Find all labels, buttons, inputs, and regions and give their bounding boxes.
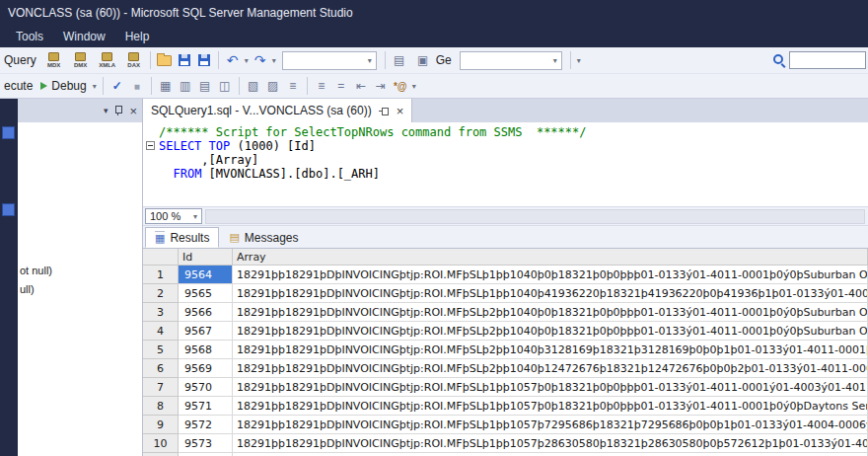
cell-array[interactable]: 18291þþ18291þDþINVOICINGþtjp:ROI.MFþSLþ1… (233, 416, 868, 434)
cell-id[interactable]: 9573 (179, 434, 233, 453)
row-number[interactable]: 2 (143, 284, 179, 303)
row-number[interactable]: 4 (143, 322, 179, 341)
zoom-dropdown[interactable]: 100 % ▾ (145, 208, 202, 224)
cell-id[interactable]: 9565 (179, 284, 233, 303)
cell-array[interactable]: 18291þþ18291þDþINVOICINGþtjp:ROI.MFþSLþ2… (233, 341, 868, 359)
tab-messages[interactable]: ▤ Messages (219, 227, 308, 248)
save-button[interactable] (175, 50, 194, 70)
decrease-indent-button[interactable]: ⇤ (351, 76, 371, 96)
database-icon (48, 52, 59, 61)
grid-corner-header[interactable] (143, 249, 179, 266)
horizontal-scrollbar[interactable] (205, 209, 865, 224)
debug-dropdown-icon[interactable]: ▾ (91, 82, 99, 91)
menu-item[interactable]: Tools (6, 28, 53, 45)
execute-button[interactable]: ecute (0, 79, 36, 93)
tree-item-fragment[interactable]: ot null) (20, 265, 52, 276)
column-header-id[interactable]: Id (179, 249, 233, 266)
row-number[interactable]: 8 (143, 397, 179, 416)
collapse-box-icon[interactable] (143, 141, 159, 152)
toolbar-combobox-1[interactable]: ▾ (282, 51, 377, 70)
toolbar-overflow-icon[interactable]: ▾ (575, 56, 583, 65)
query-type-button[interactable]: DAX (122, 52, 146, 69)
close-icon[interactable]: × (397, 105, 404, 117)
row-number[interactable]: 9 (143, 416, 179, 434)
row-number[interactable]: 6 (143, 359, 179, 378)
cell-array[interactable]: 18291þþ18291þDþINVOICINGþtjp:ROI.MFþSLþ2… (233, 322, 868, 341)
cell-array[interactable]: 18291þþ18291þDþINVOICINGþtjp:ROI.MFþSLþ1… (233, 434, 868, 453)
debug-button[interactable]: Debug (36, 79, 90, 93)
table-row: 10 9573 18291þþ18291þDþINVOICINGþtjp:ROI… (143, 434, 868, 453)
open-file-button[interactable] (155, 50, 175, 70)
docked-window-icon-2[interactable] (2, 203, 15, 216)
database-icon (75, 52, 86, 61)
sql-editor[interactable]: /****** Script for SelectTopNRows comman… (143, 122, 868, 206)
close-icon[interactable]: × (129, 105, 137, 117)
window-icon: ▣ (413, 50, 433, 70)
cell-id[interactable]: 9571 (179, 397, 233, 416)
row-number[interactable]: 7 (143, 378, 179, 397)
sql-line: FROM [MVONCLASS].[dbo].[_ARH] (143, 167, 868, 181)
search-input[interactable] (789, 51, 866, 69)
intellisense-button[interactable]: ◫ (215, 76, 235, 96)
query-options-button[interactable]: ▤ (195, 76, 215, 96)
results-to-grid-button[interactable]: ▨ (263, 76, 283, 96)
toolbar-combobox-2[interactable]: ▾ (460, 51, 562, 70)
document-tab[interactable]: SQLQuery1.sql - V...VONCLASS (sa (60)) × (143, 99, 412, 122)
undo-button[interactable]: ↶ (223, 50, 243, 70)
cell-id[interactable]: 9572 (179, 416, 233, 434)
docked-window-icon-1[interactable] (2, 126, 15, 139)
parse-button[interactable]: ✓ (108, 76, 127, 96)
comment-button[interactable]: ≡ (312, 76, 331, 96)
menu-item[interactable]: Help (115, 28, 160, 45)
cell-id[interactable]: 9569 (179, 359, 233, 378)
increase-indent-button[interactable]: ⇥ (371, 76, 391, 96)
search-button[interactable] (769, 50, 789, 70)
ge-button[interactable]: ▣ Ge (409, 50, 456, 70)
cell-array[interactable]: 18291þþ18291þDþINVOICINGþtjp:ROI.MFþSLþ1… (233, 284, 868, 303)
redo-button[interactable]: ↷ (251, 50, 270, 70)
cell-id[interactable]: 9568 (179, 341, 233, 359)
row-number[interactable]: 5 (143, 341, 179, 359)
cell-array[interactable]: 18291þþ18291þDþINVOICINGþtjp:ROI.MFþSLþ1… (233, 378, 868, 397)
save-all-button[interactable] (194, 50, 214, 70)
column-header-array[interactable]: Array (233, 249, 868, 266)
cell-id[interactable]: 9564 (179, 266, 233, 284)
row-number[interactable]: 3 (143, 303, 179, 322)
docked-panel-strip (0, 99, 18, 456)
window-position-icon[interactable]: ▾ (104, 106, 108, 115)
client-statistics-button[interactable]: ▥ (176, 76, 195, 96)
row-number[interactable]: 1 (143, 266, 179, 284)
uncomment-button[interactable]: = (331, 76, 351, 96)
new-query-button[interactable]: Query (0, 53, 40, 67)
query-type-button[interactable]: DMX (69, 52, 93, 69)
cell-id[interactable]: 9567 (179, 322, 233, 341)
results-to-file-button[interactable]: ≡ (283, 76, 303, 96)
cell-id[interactable]: 9566 (179, 303, 233, 322)
toolbar-overflow-icon[interactable]: ▾ (410, 82, 418, 91)
toolbar-separator (239, 77, 240, 95)
row-number[interactable]: 10 (143, 434, 179, 453)
tab-results[interactable]: ▦ Results (145, 227, 219, 248)
pin-icon[interactable] (113, 105, 123, 116)
sql-token: [MVONCLASS].[dbo].[_ARH] (201, 167, 380, 181)
sql-token: (1000) [Id] (230, 139, 316, 153)
query-type-button[interactable]: XMLA (96, 52, 119, 69)
stop-button[interactable]: ■ (127, 76, 147, 96)
script-button[interactable]: ▤ (390, 50, 409, 70)
cell-array[interactable]: 18291þþ18291þDþINVOICINGþtjp:ROI.MFþSLþ2… (233, 359, 868, 378)
title-bar: VONCLASS (sa (60)) - Microsoft SQL Serve… (0, 0, 868, 26)
cell-array[interactable]: 18291þþ18291þDþINVOICINGþtjp:ROI.MFþSLþ1… (233, 266, 868, 284)
table-row: 3 9566 18291þþ18291þDþINVOICINGþtjp:ROI.… (143, 303, 868, 322)
actual-plan-button[interactable]: ▦ (156, 76, 176, 96)
results-to-text-button[interactable]: ▧ (244, 76, 263, 96)
cell-array[interactable]: 18291þþ18291þDþINVOICINGþtjp:ROI.MFþSLþ1… (233, 397, 868, 416)
cell-array[interactable]: 18291þþ18291þDþINVOICINGþtjp:ROI.MFþSLþ2… (233, 303, 868, 322)
pin-icon[interactable] (379, 106, 390, 116)
cell-id[interactable]: 9570 (179, 378, 233, 397)
tree-item-fragment[interactable]: ull) (20, 283, 35, 295)
query-type-button[interactable]: MDX (42, 52, 66, 69)
undo-dropdown-icon[interactable]: ▾ (243, 56, 251, 65)
template-parameters-button[interactable]: *@ (391, 76, 410, 96)
menu-item[interactable]: Window (53, 28, 115, 45)
redo-dropdown-icon[interactable]: ▾ (270, 56, 278, 65)
